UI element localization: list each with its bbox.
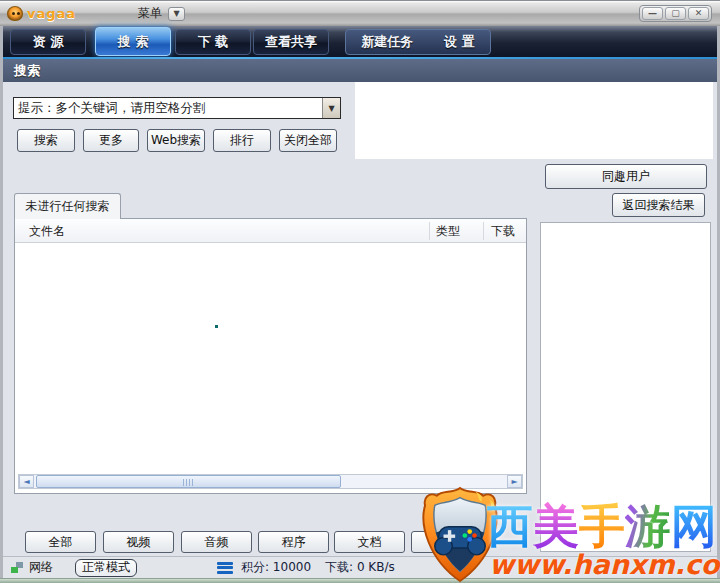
stray-mark xyxy=(215,325,218,328)
tab-view-shared[interactable]: 查看共享 xyxy=(253,29,329,55)
scrollbar-grip xyxy=(183,479,195,486)
column-header-filename[interactable]: 文件名 xyxy=(29,219,65,243)
tab-label: 搜 索 xyxy=(118,33,149,51)
button-label: 更多 xyxy=(99,132,123,149)
similar-users-button[interactable]: 同趣用户 xyxy=(545,164,707,189)
results-table: 文件名 类型 下载 ◄ ► xyxy=(14,218,527,494)
filter-video-button[interactable]: 视频 xyxy=(103,531,174,553)
filter-all-button[interactable]: 全部 xyxy=(25,531,96,553)
horizontal-scrollbar[interactable]: ◄ ► xyxy=(18,474,523,489)
download-speed-text: 下载: 0 KB/s xyxy=(325,559,395,576)
search-button[interactable]: 搜索 xyxy=(17,129,75,152)
column-header-type[interactable]: 类型 xyxy=(436,219,460,243)
maximize-icon: ▢ xyxy=(671,8,680,18)
tab-new-task[interactable]: 新建任务 xyxy=(361,33,413,51)
chevron-down-icon: ▼ xyxy=(328,104,334,113)
tab-label: 资 源 xyxy=(33,33,64,51)
button-label: 视频 xyxy=(127,534,151,551)
arrow-left-icon: ◄ xyxy=(23,477,29,486)
arrow-right-icon: ► xyxy=(511,477,517,486)
tab-label: 未进行任何搜索 xyxy=(26,198,110,215)
button-label: 全部 xyxy=(49,534,73,551)
tab-settings[interactable]: 设 置 xyxy=(444,33,475,51)
titlebar: vagaa 菜单 ▼ — ▢ ✕ xyxy=(0,0,720,26)
button-label: 搜索 xyxy=(34,132,58,149)
tab-label: 下 载 xyxy=(198,33,229,51)
close-all-button[interactable]: 关闭全部 xyxy=(279,129,337,152)
button-label: 排行 xyxy=(230,132,254,149)
button-label: 程序 xyxy=(282,534,306,551)
network-label: 网络 xyxy=(29,559,53,576)
menu-dropdown-button[interactable]: ▼ xyxy=(168,7,185,21)
chevron-down-icon: ▼ xyxy=(174,9,180,18)
statusbar: 网络 正常模式 积分: 10000 下载: 0 KB/s xyxy=(3,556,717,578)
scrollbar-track[interactable] xyxy=(34,475,507,488)
search-section-header: 搜索 xyxy=(3,59,717,82)
minimize-button[interactable]: — xyxy=(642,7,663,20)
tab-group: 新建任务 设 置 xyxy=(345,29,491,55)
minimize-icon: — xyxy=(648,8,657,18)
points-bars-icon xyxy=(217,562,233,574)
ranking-button[interactable]: 排行 xyxy=(213,129,271,152)
network-icon xyxy=(11,562,24,573)
column-separator xyxy=(429,222,430,240)
vagaa-mascot-icon xyxy=(7,6,23,21)
scrollbar-thumb[interactable] xyxy=(36,475,341,488)
filter-filter-button[interactable]: 过滤 xyxy=(411,531,482,553)
window-border-bottom xyxy=(0,578,720,583)
right-blank-panel xyxy=(540,222,711,552)
filter-program-button[interactable]: 程序 xyxy=(258,531,329,553)
more-button[interactable]: 更多 xyxy=(83,129,139,152)
results-table-header: 文件名 类型 下载 xyxy=(15,219,526,243)
maximize-button[interactable]: ▢ xyxy=(665,7,686,20)
combobox-dropdown-button[interactable]: ▼ xyxy=(322,98,340,118)
menu-button[interactable]: 菜单 xyxy=(138,5,162,22)
filter-document-button[interactable]: 文档 xyxy=(334,531,405,553)
button-label: 过滤 xyxy=(435,534,459,551)
column-label: 类型 xyxy=(436,223,460,240)
search-section-title: 搜索 xyxy=(14,62,40,80)
app-logo: vagaa xyxy=(7,6,76,21)
search-keyword-value: 提示：多个关键词，请用空格分割 xyxy=(14,100,322,117)
back-to-results-button[interactable]: 返回搜索结果 xyxy=(612,193,705,217)
tab-resources[interactable]: 资 源 xyxy=(10,29,86,55)
scroll-right-button[interactable]: ► xyxy=(507,475,522,488)
search-keyword-combobox[interactable]: 提示：多个关键词，请用空格分割 ▼ xyxy=(13,97,341,119)
main-tabbar: 资 源 搜 索 下 载 查看共享 新建任务 设 置 xyxy=(3,26,717,57)
button-label: 音频 xyxy=(205,534,229,551)
close-button[interactable]: ✕ xyxy=(688,7,709,20)
mode-label: 正常模式 xyxy=(82,559,130,576)
mode-button[interactable]: 正常模式 xyxy=(75,559,137,577)
scroll-left-button[interactable]: ◄ xyxy=(19,475,34,488)
button-label: 关闭全部 xyxy=(284,132,332,149)
button-label: 返回搜索结果 xyxy=(623,197,695,214)
app-logo-text: vagaa xyxy=(27,6,76,21)
column-separator xyxy=(483,222,484,240)
vagaa-window: vagaa 菜单 ▼ — ▢ ✕ 资 源 搜 索 下 载 查看共享 新建任务 设… xyxy=(0,0,720,583)
web-search-button[interactable]: Web搜索 xyxy=(147,129,205,152)
window-controls: — ▢ ✕ xyxy=(639,5,712,22)
column-header-download[interactable]: 下载 xyxy=(491,219,515,243)
button-label: 同趣用户 xyxy=(602,168,650,185)
close-icon: ✕ xyxy=(695,8,703,18)
filter-audio-button[interactable]: 音频 xyxy=(181,531,252,553)
tab-label: 查看共享 xyxy=(265,33,317,51)
points-text: 积分: 10000 xyxy=(241,559,311,576)
tab-download[interactable]: 下 载 xyxy=(175,29,251,55)
results-tab-no-search[interactable]: 未进行任何搜索 xyxy=(14,193,121,219)
tab-search[interactable]: 搜 索 xyxy=(95,27,171,56)
button-label: 文档 xyxy=(358,534,382,551)
button-label: Web搜索 xyxy=(151,132,201,149)
top-right-blank-panel xyxy=(355,82,713,159)
column-label: 文件名 xyxy=(29,223,65,240)
window-border-left xyxy=(0,26,3,578)
column-label: 下载 xyxy=(491,223,515,240)
watermark-char: 西 xyxy=(487,499,533,553)
